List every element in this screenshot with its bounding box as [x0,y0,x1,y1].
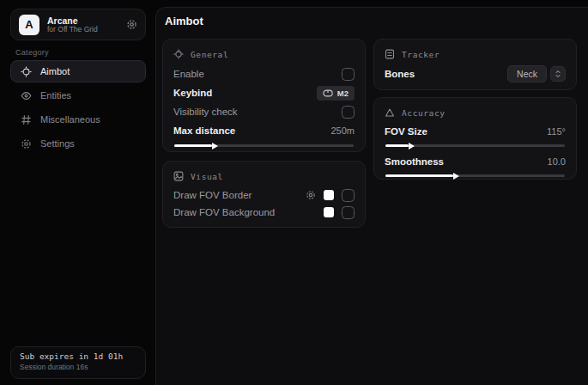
slider-fill [385,174,453,177]
image-icon [173,171,184,181]
visual-card: Visual Draw FOV Border Draw FOV Backgrou… [162,161,366,228]
smoothness-value: 10.0 [548,156,566,167]
fov-background-color-swatch[interactable] [324,207,334,217]
sidebar-nav: Aimbot Entities Miscellaneous [10,60,146,156]
max-distance-slider[interactable] [174,144,354,147]
visibility-check-checkbox[interactable] [342,106,355,119]
enable-label: Enable [173,69,204,79]
keybind-row: Keybind M2 [173,83,355,102]
slider-thumb[interactable] [409,143,415,150]
gear-icon[interactable] [306,190,316,200]
sidebar-item-label: Settings [40,138,75,149]
app-subtitle: for Off The Grid [47,26,118,34]
smoothness-label: Smoothness [385,156,444,167]
smoothness-row: Smoothness 10.0 [385,153,566,170]
accuracy-card-header: Accuracy [385,106,566,119]
fov-size-value: 115° [547,126,566,137]
triangle-icon [385,107,395,118]
sidebar-item-aimbot[interactable]: Aimbot [10,60,146,82]
subscription-card: Sub expires in 1d 01h Session duration 1… [10,346,146,379]
fov-background-row: Draw FOV Background [173,204,355,221]
keybind-button[interactable]: M2 [317,86,355,101]
sidebar-item-label: Aimbot [40,66,70,76]
fov-border-controls [306,189,355,202]
crosshair-icon [21,66,32,77]
bones-select[interactable]: Neck [507,65,547,82]
card-title: Accuracy [402,108,446,118]
slider-fill [174,144,212,147]
main-panel: Aimbot General Enable Keybind M2 [155,7,588,385]
fov-background-checkbox[interactable] [342,206,355,219]
app-header-card: A Arcane for Off The Grid [10,9,146,40]
app-logo-letter: A [25,18,33,31]
keybind-label: Keybind [173,88,212,98]
fov-size-row: FOV Size 115° [385,123,566,140]
rows-icon [385,49,395,59]
page-title: Aimbot [165,15,203,28]
mouse-icon [323,89,333,97]
app-header-text: Arcane for Off The Grid [47,15,118,34]
general-card: General Enable Keybind M2 Visibility che… [162,39,366,152]
bones-control: Neck [507,65,566,82]
sidebar-item-label: Miscellaneous [40,114,100,125]
category-label: Category [15,48,49,57]
max-distance-value: 250m [330,125,355,136]
fov-border-color-swatch[interactable] [324,190,334,200]
card-title: General [191,50,228,59]
fov-border-label: Draw FOV Border [173,190,252,200]
bones-row: Bones Neck [385,64,566,83]
fov-size-slider[interactable] [385,144,565,147]
tracker-card: Tracker Bones Neck [373,39,577,90]
fov-border-checkbox[interactable] [342,189,355,202]
gear-icon [21,138,32,150]
fov-size-label: FOV Size [385,126,427,137]
card-title: Visual [191,172,223,181]
slider-thumb[interactable] [212,143,218,150]
bones-label: Bones [385,69,415,79]
hash-icon [21,114,32,125]
app-name: Arcane [47,15,118,26]
sidebar-item-miscellaneous[interactable]: Miscellaneous [10,108,146,131]
sidebar-item-settings[interactable]: Settings [10,132,146,155]
accuracy-card: Accuracy FOV Size 115° Smoothness 10.0 [373,97,577,180]
gear-icon[interactable] [126,19,137,30]
fov-background-controls [324,206,355,219]
crosshair-icon [173,49,184,59]
fov-background-label: Draw FOV Background [173,207,275,217]
sidebar: A Arcane for Off The Grid Category Aimbo… [0,0,155,385]
max-distance-label: Max distance [173,125,235,136]
general-card-header: General [173,47,355,61]
visibility-check-label: Visibility check [173,107,238,117]
visibility-check-row: Visibility check [173,102,355,121]
card-title: Tracker [402,50,439,59]
slider-fill [385,144,409,147]
enable-row: Enable [173,64,355,83]
fov-border-row: Draw FOV Border [173,186,355,204]
visual-card-header: Visual [173,169,355,183]
smoothness-slider[interactable] [385,174,565,177]
sub-expires-text: Sub expires in 1d 01h [20,351,136,361]
slider-thumb[interactable] [453,173,459,180]
sidebar-item-entities[interactable]: Entities [10,84,146,107]
tracker-card-header: Tracker [385,47,566,61]
max-distance-row: Max distance 250m [173,121,355,140]
app-logo: A [19,15,39,35]
keybind-value: M2 [337,89,349,98]
sidebar-item-label: Entities [40,90,71,101]
eye-icon [21,90,32,101]
chevrons-up-down-icon[interactable] [550,66,566,82]
session-duration-text: Session duration 16s [20,363,136,371]
enable-checkbox[interactable] [342,68,355,81]
